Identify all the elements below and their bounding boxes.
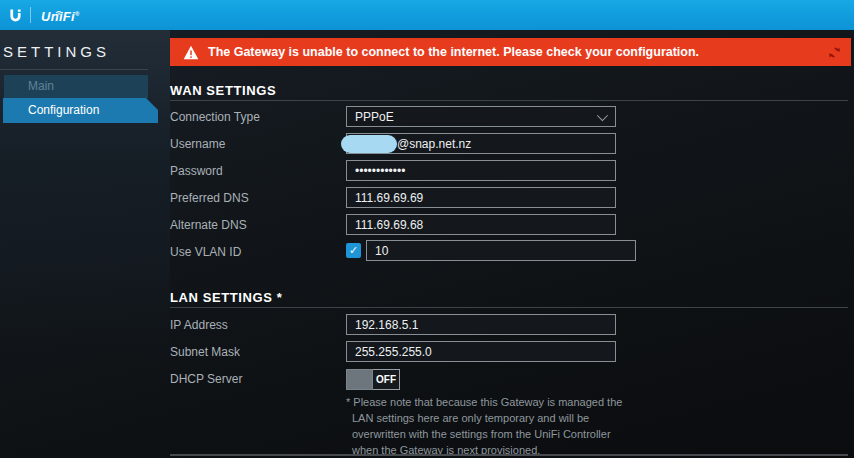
dhcp-toggle[interactable]: OFF	[346, 369, 400, 390]
password-label: Password	[170, 164, 223, 178]
sidebar-item-configuration[interactable]: Configuration	[3, 98, 158, 123]
warning-icon	[183, 45, 199, 60]
alternate-dns-label: Alternate DNS	[170, 218, 247, 232]
preferred-dns-input[interactable]	[346, 187, 616, 208]
connection-type-label: Connection Type	[170, 110, 260, 124]
lan-settings-heading: LAN SETTINGS *	[170, 290, 282, 305]
ip-address-input[interactable]	[346, 314, 616, 335]
wifi-arcs-icon	[54, 3, 64, 18]
wan-settings-heading: WAN SETTINGS	[170, 83, 276, 98]
username-field-wrap	[346, 133, 616, 154]
subnet-mask-label: Subnet Mask	[170, 345, 240, 359]
lan-footnote: * Please note that because this Gateway …	[346, 395, 638, 458]
username-label: Username	[170, 137, 225, 151]
alternate-dns-input[interactable]	[346, 214, 616, 235]
unifi-settings-page: UniFi® SETTINGS Main Configuration The G…	[0, 0, 854, 458]
dhcp-toggle-knob	[346, 369, 373, 390]
ubiquiti-logo-icon	[0, 7, 30, 24]
redaction-overlay	[341, 135, 397, 153]
chevron-down-icon	[597, 109, 608, 120]
error-message: The Gateway is unable to connect to the …	[208, 45, 699, 59]
topbar-divider	[30, 7, 31, 23]
ip-address-label: IP Address	[170, 318, 228, 332]
vlan-id-input[interactable]	[366, 240, 636, 261]
dhcp-toggle-state: OFF	[373, 369, 400, 390]
connection-type-value: PPPoE	[355, 110, 394, 124]
page-title: SETTINGS	[3, 43, 110, 60]
unifi-wordmark: UniFi®	[41, 6, 80, 24]
error-banner: The Gateway is unable to connect to the …	[170, 38, 851, 66]
preferred-dns-label: Preferred DNS	[170, 191, 249, 205]
dhcp-server-label: DHCP Server	[170, 372, 242, 386]
brand-mark: ®	[75, 11, 80, 17]
sidebar-divider	[0, 69, 148, 70]
wan-divider	[170, 100, 848, 101]
sidebar-item-main[interactable]: Main	[4, 75, 148, 98]
subnet-mask-input[interactable]	[346, 341, 616, 362]
vlan-label: Use VLAN ID	[170, 245, 241, 259]
vlan-checkbox[interactable]: ✓	[346, 243, 361, 258]
bottom-divider	[170, 454, 848, 456]
password-input[interactable]	[346, 160, 616, 181]
lan-divider	[170, 307, 848, 308]
refresh-icon[interactable]	[827, 45, 842, 60]
sidebar: SETTINGS Main Configuration	[0, 30, 170, 458]
top-bar: UniFi®	[0, 0, 854, 30]
connection-type-select[interactable]: PPPoE	[346, 106, 616, 127]
